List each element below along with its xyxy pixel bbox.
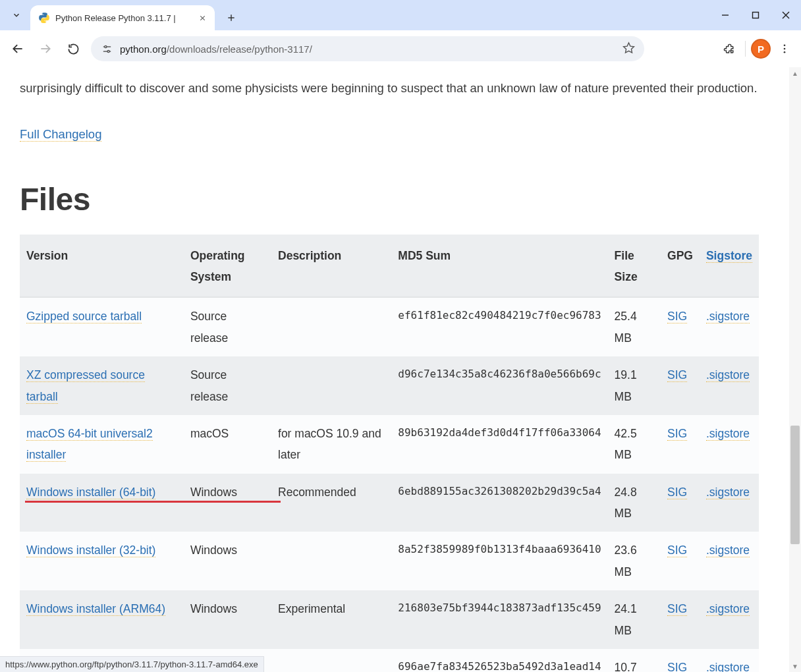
python-favicon bbox=[38, 12, 50, 24]
file-md5: 6ebd889155ac3261308202b29d39c5a4 bbox=[391, 474, 607, 532]
file-size: 19.1 MB bbox=[608, 356, 661, 415]
file-version-link[interactable]: Windows installer (ARM64) bbox=[26, 602, 165, 616]
file-description: Recommended bbox=[271, 474, 391, 532]
file-description bbox=[271, 649, 391, 672]
page-content: surprisingly difficult to discover and s… bbox=[0, 67, 801, 672]
address-bar[interactable]: python.org/downloads/release/python-3117… bbox=[91, 36, 644, 61]
tab-close-button[interactable] bbox=[196, 12, 208, 24]
browser-tab[interactable]: Python Release Python 3.11.7 | bbox=[30, 5, 215, 30]
svg-point-18 bbox=[784, 48, 786, 50]
forward-button[interactable] bbox=[33, 36, 58, 61]
scroll-up-button[interactable]: ▲ bbox=[789, 67, 801, 79]
extensions-button[interactable] bbox=[717, 38, 740, 60]
sigstore-header-link[interactable]: Sigstore bbox=[706, 249, 752, 263]
page-viewport: surprisingly difficult to discover and s… bbox=[0, 67, 801, 672]
sigstore-link[interactable]: .sigstore bbox=[706, 544, 750, 557]
file-md5: 696ae7fa834526523ba5492d3a1ead14 bbox=[391, 649, 607, 672]
sig-link[interactable]: SIG bbox=[667, 310, 687, 323]
tab-search-button[interactable] bbox=[5, 4, 28, 26]
scroll-track[interactable] bbox=[789, 79, 801, 660]
sig-link[interactable]: SIG bbox=[667, 544, 687, 557]
file-version-link[interactable]: Gzipped source tarball bbox=[26, 310, 142, 323]
file-version-link[interactable]: XZ compressed source tarball bbox=[26, 368, 145, 403]
table-row: Windows installer (ARM64)WindowsExperime… bbox=[20, 590, 759, 649]
sig-link[interactable]: SIG bbox=[667, 486, 687, 499]
full-changelog-link[interactable]: Full Changelog bbox=[20, 127, 101, 142]
file-version-link[interactable]: Windows installer (32-bit) bbox=[26, 544, 155, 557]
site-settings-button[interactable] bbox=[100, 42, 113, 55]
th-description: Description bbox=[271, 235, 391, 298]
th-md5: MD5 Sum bbox=[391, 235, 607, 298]
scroll-down-button[interactable]: ▼ bbox=[789, 660, 801, 672]
file-md5: 89b63192da4def3d0d4f17ff06a33064 bbox=[391, 415, 607, 474]
svg-point-15 bbox=[107, 50, 109, 52]
back-button[interactable] bbox=[5, 36, 30, 61]
tune-icon bbox=[101, 43, 113, 55]
plus-icon bbox=[227, 13, 236, 22]
chrome-menu-button[interactable] bbox=[773, 38, 796, 60]
status-bar: https://www.python.org/ftp/python/3.11.7… bbox=[0, 656, 264, 672]
sigstore-link[interactable]: .sigstore bbox=[706, 602, 750, 616]
new-tab-button[interactable] bbox=[221, 8, 241, 28]
table-row: Windows installer (64-bit)WindowsRecomme… bbox=[20, 474, 759, 532]
table-row: Windows installer (32-bit)Windows8a52f38… bbox=[20, 532, 759, 590]
sigstore-link[interactable]: .sigstore bbox=[706, 368, 750, 382]
svg-point-0 bbox=[42, 13, 43, 14]
sig-link[interactable]: SIG bbox=[667, 602, 687, 616]
sigstore-link[interactable]: .sigstore bbox=[706, 310, 750, 323]
profile-initial: P bbox=[758, 43, 764, 55]
table-row: Gzipped source tarballSource releaseef61… bbox=[20, 297, 759, 356]
file-description: Experimental bbox=[271, 590, 391, 649]
scroll-thumb[interactable] bbox=[790, 426, 800, 544]
minimize-icon bbox=[721, 11, 729, 19]
sigstore-link[interactable]: .sigstore bbox=[706, 661, 750, 672]
sigstore-link[interactable]: .sigstore bbox=[706, 427, 750, 441]
file-size: 25.4 MB bbox=[608, 297, 661, 356]
file-size: 24.1 MB bbox=[608, 590, 661, 649]
sigstore-link[interactable]: .sigstore bbox=[706, 486, 750, 499]
window-maximize-button[interactable] bbox=[740, 0, 771, 30]
vertical-scrollbar[interactable]: ▲ ▼ bbox=[789, 67, 801, 660]
window-minimize-button[interactable] bbox=[710, 0, 740, 30]
reload-icon bbox=[67, 43, 80, 55]
file-md5: 8a52f3859989f0b1313f4baaa6936410 bbox=[391, 532, 607, 590]
svg-point-1 bbox=[45, 21, 46, 22]
reload-button[interactable] bbox=[61, 36, 86, 61]
browser-toolbar: python.org/downloads/release/python-3117… bbox=[0, 30, 801, 67]
file-os: Windows bbox=[184, 474, 271, 532]
sig-link[interactable]: SIG bbox=[667, 368, 687, 382]
file-description: for macOS 10.9 and later bbox=[271, 415, 391, 474]
close-icon bbox=[782, 11, 790, 19]
svg-rect-7 bbox=[753, 13, 759, 18]
file-version-link[interactable]: macOS 64-bit universal2 installer bbox=[26, 427, 153, 462]
table-header-row: Version Operating System Description MD5… bbox=[20, 235, 759, 298]
profile-button[interactable]: P bbox=[751, 39, 771, 59]
th-size: File Size bbox=[608, 235, 661, 298]
star-icon bbox=[622, 42, 635, 54]
arrow-left-icon bbox=[11, 42, 24, 55]
window-close-button[interactable] bbox=[771, 0, 801, 30]
table-row: macOS 64-bit universal2 installermacOSfo… bbox=[20, 415, 759, 474]
th-sigstore: Sigstore bbox=[700, 235, 759, 298]
file-os: Source release bbox=[184, 356, 271, 415]
files-table: Version Operating System Description MD5… bbox=[20, 235, 759, 672]
file-os: macOS bbox=[184, 415, 271, 474]
bookmark-button[interactable] bbox=[622, 42, 635, 56]
file-description bbox=[271, 532, 391, 590]
file-version-link[interactable]: Windows installer (64-bit) bbox=[26, 486, 155, 499]
file-description bbox=[271, 356, 391, 415]
close-icon bbox=[199, 14, 206, 22]
file-description bbox=[271, 297, 391, 356]
intro-paragraph: surprisingly difficult to discover and s… bbox=[20, 79, 781, 98]
toolbar-divider bbox=[745, 41, 746, 57]
file-md5: d96c7e134c35a8c46236f8a0e566b69c bbox=[391, 356, 607, 415]
file-os: Windows bbox=[184, 590, 271, 649]
sig-link[interactable]: SIG bbox=[667, 661, 687, 672]
svg-point-13 bbox=[104, 45, 106, 47]
sig-link[interactable]: SIG bbox=[667, 427, 687, 441]
th-version: Version bbox=[20, 235, 184, 298]
puzzle-icon bbox=[723, 43, 735, 55]
dots-vertical-icon bbox=[779, 43, 790, 55]
file-size: 10.7 MB bbox=[608, 649, 661, 672]
th-os: Operating System bbox=[184, 235, 271, 298]
